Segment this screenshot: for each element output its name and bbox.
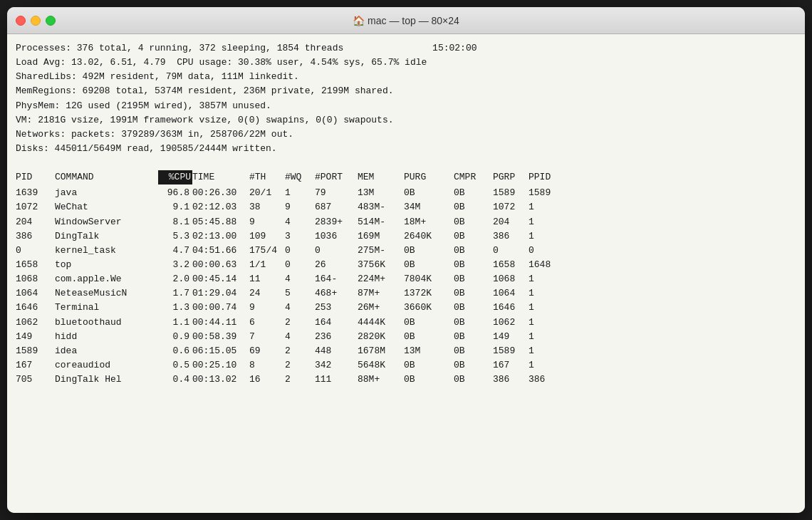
cell-cmd: idea (55, 344, 158, 358)
cell-port: 342 (315, 358, 358, 373)
cell-cpu: 2.0 (158, 272, 192, 286)
close-button[interactable] (16, 16, 26, 26)
cell-cpu: 1.7 (158, 286, 192, 301)
cell-cpu: 4.7 (158, 244, 192, 258)
cell-th: 38 (249, 200, 285, 214)
cell-mem: 275M- (358, 244, 404, 258)
terminal-content: Processes: 376 total, 4 running, 372 sle… (7, 34, 805, 513)
cell-purg: 18M+ (404, 215, 454, 229)
cell-purg: 0B (404, 373, 454, 387)
cell-mem: 88M+ (358, 373, 404, 387)
header-mem: MEM (358, 170, 404, 184)
cell-pid: 167 (16, 358, 55, 373)
cell-cpu: 8.1 (158, 215, 192, 229)
info-line: MemRegions: 69208 total, 5374M resident,… (16, 84, 796, 98)
cell-cpu: 0.9 (158, 330, 192, 344)
cell-purg: 0B (404, 244, 454, 258)
cell-pgrp: 1589 (493, 186, 529, 200)
cell-pid: 204 (16, 215, 55, 229)
header-cmpr: CMPR (454, 170, 493, 184)
cell-mem: 3756K (358, 258, 404, 272)
cell-time: 00:00.63 (192, 258, 249, 272)
cell-pid: 1068 (16, 272, 55, 286)
cell-th: 7 (249, 330, 285, 344)
cell-cmpr: 0B (454, 373, 493, 387)
info-line: Processes: 376 total, 4 running, 372 sle… (16, 41, 796, 56)
cell-cmpr: 0B (454, 200, 493, 214)
cell-cmd: java (55, 186, 158, 200)
cell-time: 04:51.66 (192, 244, 249, 258)
cell-time: 02:13.00 (192, 229, 249, 244)
cell-th: 9 (249, 301, 285, 315)
cell-ppid: 1 (529, 301, 564, 315)
cell-ppid: 1 (529, 272, 564, 286)
cell-cmd: WeChat (55, 200, 158, 214)
cell-ppid: 0 (529, 244, 564, 258)
table-row: 386 DingTalk 5.3 02:13.00 109 3 1036 169… (16, 229, 796, 244)
cell-cpu: 1.3 (158, 301, 192, 315)
cell-wq: 1 (285, 186, 315, 200)
cell-pid: 1062 (16, 316, 55, 330)
cell-th: 1/1 (249, 258, 285, 272)
cell-pgrp: 1646 (493, 301, 529, 315)
cell-ppid: 1 (529, 330, 564, 344)
cell-th: 20/1 (249, 186, 285, 200)
cell-mem: 514M- (358, 215, 404, 229)
table-row: 1646 Terminal 1.3 00:00.74 9 4 253 26M+ … (16, 301, 796, 315)
cell-purg: 2640K (404, 229, 454, 244)
cell-cmpr: 0B (454, 330, 493, 344)
cell-port: 448 (315, 344, 358, 358)
cell-wq: 2 (285, 316, 315, 330)
cell-port: 687 (315, 200, 358, 214)
cell-pgrp: 1064 (493, 286, 529, 301)
cell-cpu: 1.1 (158, 316, 192, 330)
cell-pid: 1639 (16, 186, 55, 200)
minimize-button[interactable] (31, 16, 41, 26)
cell-port: 79 (315, 186, 358, 200)
info-line: VM: 2181G vsize, 1991M framework vsize, … (16, 113, 796, 128)
cell-ppid: 1 (529, 316, 564, 330)
info-line: PhysMem: 12G used (2195M wired), 3857M u… (16, 99, 796, 113)
titlebar: 🏠 mac — top — 80×24 (7, 7, 805, 34)
cell-time: 00:00.74 (192, 301, 249, 315)
cell-time: 00:44.11 (192, 316, 249, 330)
cell-cmd: top (55, 258, 158, 272)
cell-ppid: 1 (529, 215, 564, 229)
cell-pgrp: 149 (493, 330, 529, 344)
cell-cmpr: 0B (454, 358, 493, 373)
table-row: 204 WindowServer 8.1 05:45.88 9 4 2839+ … (16, 215, 796, 229)
cell-port: 468+ (315, 286, 358, 301)
cell-pid: 0 (16, 244, 55, 258)
cell-mem: 5648K (358, 358, 404, 373)
header-cmd: COMMAND (55, 170, 158, 184)
cell-purg: 1372K (404, 286, 454, 301)
table-row: 1589 idea 0.6 06:15.05 69 2 448 1678M 13… (16, 344, 796, 358)
cell-cmpr: 0B (454, 186, 493, 200)
header-th: #TH (249, 170, 285, 184)
cell-th: 11 (249, 272, 285, 286)
maximize-button[interactable] (46, 16, 56, 26)
cell-cpu: 0.4 (158, 373, 192, 387)
cell-mem: 483M- (358, 200, 404, 214)
cell-pgrp: 0 (493, 244, 529, 258)
cell-pgrp: 386 (493, 229, 529, 244)
table-row: 1064 NeteaseMusicN 1.7 01:29.04 24 5 468… (16, 286, 796, 301)
cell-wq: 4 (285, 330, 315, 344)
cell-cpu: 3.2 (158, 258, 192, 272)
cell-pgrp: 1062 (493, 316, 529, 330)
table-row: 1658 top 3.2 00:00.63 1/1 0 26 3756K 0B … (16, 258, 796, 272)
cell-purg: 0B (404, 330, 454, 344)
cell-pid: 1064 (16, 286, 55, 301)
cell-cmpr: 0B (454, 258, 493, 272)
cell-time: 00:26.30 (192, 186, 249, 200)
cell-cpu: 0.6 (158, 344, 192, 358)
cell-wq: 5 (285, 286, 315, 301)
header-cpu: %CPU (158, 170, 192, 184)
table-row: 1062 bluetoothaud 1.1 00:44.11 6 2 164 4… (16, 316, 796, 330)
cell-cmpr: 0B (454, 316, 493, 330)
cell-cmd: WindowServer (55, 215, 158, 229)
cell-pid: 1658 (16, 258, 55, 272)
terminal-window: 🏠 mac — top — 80×24 Processes: 376 total… (7, 7, 805, 513)
info-line: Disks: 445011/5649M read, 190585/2444M w… (16, 142, 796, 156)
cell-purg: 3660K (404, 301, 454, 315)
